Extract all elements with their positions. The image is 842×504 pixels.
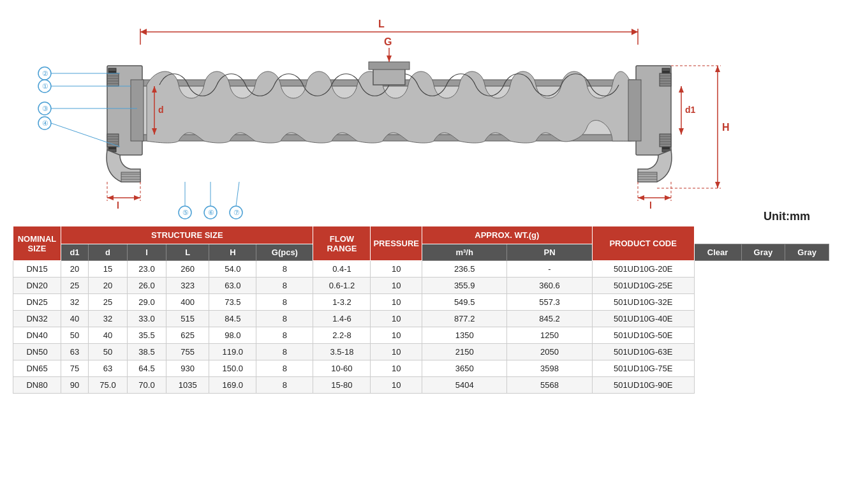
table-cell: 40 <box>61 311 89 327</box>
subheader-gray: Gray <box>741 244 785 261</box>
table-cell: 70.0 <box>127 377 166 394</box>
table-cell: 8 <box>256 294 313 311</box>
table-cell: 3598 <box>507 360 592 377</box>
table-cell: 73.5 <box>209 294 256 311</box>
table-cell: 150.0 <box>209 360 256 377</box>
table-cell: 75 <box>61 360 89 377</box>
table-cell: 54.0 <box>209 261 256 278</box>
svg-rect-31 <box>660 134 671 147</box>
table-cell: 98.0 <box>209 327 256 344</box>
table-row: DN32403233.051584.581.4-610877.2845.2501… <box>13 311 829 327</box>
table-cell: 15-80 <box>313 377 371 394</box>
table-row: DN40504035.562598.082.2-81013501250501UD… <box>13 327 829 344</box>
svg-text:G: G <box>384 36 392 47</box>
table-row: DN65756364.5930150.0810-601036503598501U… <box>13 360 829 377</box>
header-structure-size: STRUCTURE SIZE <box>61 226 313 244</box>
diagram-area: G L d d1 H <box>13 6 829 223</box>
svg-rect-11 <box>107 134 119 147</box>
svg-text:⑤: ⑤ <box>182 209 189 216</box>
subheader-PN: PN <box>507 244 592 261</box>
subheader-H: H <box>209 244 256 261</box>
svg-text:③: ③ <box>42 105 48 112</box>
table-row: DN25322529.040073.581-3.210549.5557.3501… <box>13 294 829 311</box>
table-cell: DN32 <box>13 311 61 327</box>
svg-text:d: d <box>158 105 164 115</box>
unit-label: Unit:mm <box>764 210 810 223</box>
table-cell: 360.6 <box>507 278 592 294</box>
table-cell: 33.0 <box>127 311 166 327</box>
table-cell: 557.3 <box>507 294 592 311</box>
table-cell: 50 <box>88 344 127 360</box>
table-cell: 29.0 <box>127 294 166 311</box>
table-cell: 10 <box>371 311 422 327</box>
table-cell: 400 <box>166 294 209 311</box>
header-product-code: PRODUCT CODE <box>592 226 694 261</box>
table-cell: 10 <box>371 327 422 344</box>
table-cell: 15 <box>88 261 127 278</box>
table-cell: 260 <box>166 261 209 278</box>
svg-text:L: L <box>378 19 385 29</box>
table-cell: 10 <box>371 377 422 394</box>
table-cell: 845.2 <box>507 311 592 327</box>
table-cell: 501UD10G-40E <box>592 311 694 327</box>
svg-rect-40 <box>638 172 657 182</box>
table-cell: 40 <box>88 327 127 344</box>
table-cell: DN40 <box>13 327 61 344</box>
table-cell: 1.4-6 <box>313 311 371 327</box>
table-cell: DN50 <box>13 344 61 360</box>
table-cell: 63 <box>88 360 127 377</box>
svg-rect-20 <box>121 172 140 182</box>
table-cell: 10 <box>371 294 422 311</box>
table-cell: 930 <box>166 360 209 377</box>
subheader-l: l <box>127 244 166 261</box>
svg-rect-45 <box>369 62 410 70</box>
table-cell: DN80 <box>13 377 61 394</box>
table-cell: 25 <box>88 294 127 311</box>
svg-rect-10 <box>107 73 119 86</box>
table-cell: 549.5 <box>422 294 506 311</box>
table-cell: 323 <box>166 278 209 294</box>
table-cell: 8 <box>256 327 313 344</box>
header-approx-wt: APPROX. WT.(g) <box>422 226 592 244</box>
svg-text:l: l <box>649 200 652 211</box>
table-cell: 35.5 <box>127 327 166 344</box>
table-cell: 10 <box>371 278 422 294</box>
subheader-G-pcs: G(pcs) <box>256 244 313 261</box>
table-cell: 90 <box>61 377 89 394</box>
table-cell: 8 <box>256 344 313 360</box>
table-cell: 38.5 <box>127 344 166 360</box>
subheader-flow: m³/h <box>422 244 506 261</box>
table-cell: 50 <box>61 327 89 344</box>
header-flow-range: FLOW RANGE <box>313 226 371 261</box>
table-cell: 1-3.2 <box>313 294 371 311</box>
table-cell: 2150 <box>422 344 506 360</box>
svg-rect-25 <box>628 80 641 141</box>
table-cell: 32 <box>61 294 89 311</box>
table-cell: 501UD10G-90E <box>592 377 694 394</box>
table-cell: 63.0 <box>209 278 256 294</box>
table-cell: 169.0 <box>209 377 256 394</box>
table-cell: 625 <box>166 327 209 344</box>
subheader-L: L <box>166 244 209 261</box>
table-cell: 501UD10G-50E <box>592 327 694 344</box>
table-cell: 20 <box>88 278 127 294</box>
svg-text:②: ② <box>42 70 48 77</box>
svg-text:④: ④ <box>42 119 48 127</box>
table-cell: DN15 <box>13 261 61 278</box>
table-cell: 3650 <box>422 360 506 377</box>
svg-text:①: ① <box>42 82 48 90</box>
table-cell: 84.5 <box>209 311 256 327</box>
table-cell: 8 <box>256 278 313 294</box>
table-cell: 8 <box>256 377 313 394</box>
table-cell: 10-60 <box>313 360 371 377</box>
table-cell: 0.4-1 <box>313 261 371 278</box>
table-cell: 75.0 <box>88 377 127 394</box>
table-cell: 501UD10G-63E <box>592 344 694 360</box>
data-table: NOMINAL SIZE STRUCTURE SIZE FLOW RANGE P… <box>13 226 829 394</box>
table-cell: 63 <box>61 344 89 360</box>
table-row: DN20252026.032363.080.6-1.210355.9360.65… <box>13 278 829 294</box>
table-cell: 501UD10G-75E <box>592 360 694 377</box>
svg-text:l: l <box>117 200 119 211</box>
table-cell: 23.0 <box>127 261 166 278</box>
svg-text:⑥: ⑥ <box>208 209 214 216</box>
